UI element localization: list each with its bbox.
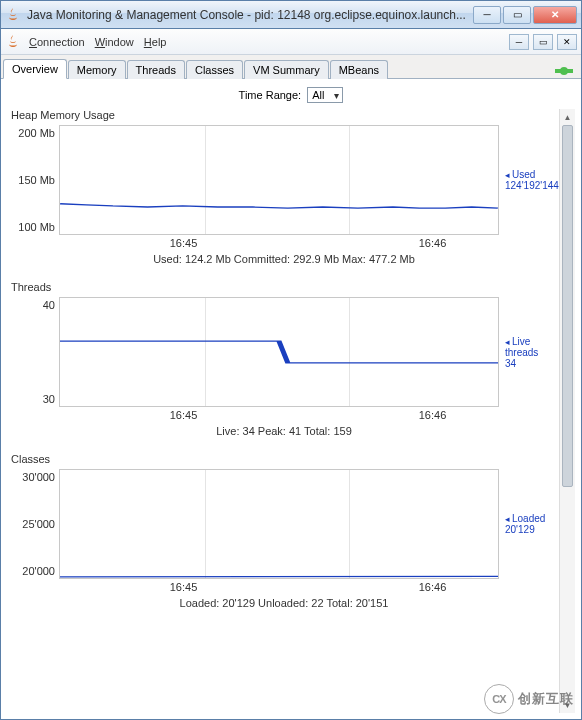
classes-x-axis: 16:45 16:46	[11, 579, 557, 593]
heap-summary: Used: 124.2 Mb Committed: 292.9 Mb Max: …	[11, 249, 557, 271]
timerange-select[interactable]: All	[307, 87, 343, 103]
heap-panel: Heap Memory Usage 200 Mb 150 Mb 100 Mb	[11, 109, 557, 271]
titlebar: Java Monitoring & Management Console - p…	[1, 1, 581, 29]
threads-summary: Live: 34 Peak: 41 Total: 159	[11, 421, 557, 443]
watermark-text: 创新互联	[518, 690, 574, 708]
tab-overview[interactable]: Overview	[3, 59, 67, 79]
classes-y-axis: 30'000 25'000 20'000	[11, 469, 59, 579]
watermark: CX 创新互联	[484, 684, 574, 714]
svg-point-2	[560, 67, 568, 75]
mdi-restore-button[interactable]: ▭	[533, 34, 553, 50]
classes-title: Classes	[11, 453, 557, 465]
tab-vmsummary[interactable]: VM Summary	[244, 60, 329, 79]
tab-classes[interactable]: Classes	[186, 60, 243, 79]
scroll-up-icon[interactable]: ▲	[560, 109, 575, 125]
connection-status-icon	[555, 64, 573, 78]
tab-threads[interactable]: Threads	[127, 60, 185, 79]
heap-y-axis: 200 Mb 150 Mb 100 Mb	[11, 125, 59, 235]
java-icon	[5, 34, 21, 50]
minimize-button[interactable]: ─	[473, 6, 501, 24]
mdi-minimize-button[interactable]: ─	[509, 34, 529, 50]
watermark-logo-icon: CX	[484, 684, 514, 714]
menu-connection[interactable]: Connection	[29, 36, 85, 48]
scroll-area: Heap Memory Usage 200 Mb 150 Mb 100 Mb	[7, 109, 575, 713]
threads-legend: ◂Live threads 34	[499, 297, 557, 407]
jconsole-window: Java Monitoring & Management Console - p…	[0, 0, 582, 720]
close-button[interactable]: ✕	[533, 6, 577, 24]
classes-summary: Loaded: 20'129 Unloaded: 22 Total: 20'15…	[11, 593, 557, 615]
window-title: Java Monitoring & Management Console - p…	[27, 8, 473, 22]
heap-x-axis: 16:45 16:46	[11, 235, 557, 249]
menubar: Connection Window Help ─ ▭ ✕	[1, 29, 581, 55]
maximize-button[interactable]: ▭	[503, 6, 531, 24]
mdi-controls: ─ ▭ ✕	[509, 34, 577, 50]
menu-help[interactable]: Help	[144, 36, 167, 48]
window-controls: ─ ▭ ✕	[473, 6, 577, 24]
threads-panel: Threads 40 30 ◂Live	[11, 281, 557, 443]
tab-mbeans[interactable]: MBeans	[330, 60, 388, 79]
timerange-label: Time Range:	[239, 89, 302, 101]
classes-chart[interactable]	[59, 469, 499, 579]
heap-title: Heap Memory Usage	[11, 109, 557, 121]
tab-memory[interactable]: Memory	[68, 60, 126, 79]
heap-legend: ◂Used 124'192'144	[499, 125, 557, 235]
scroll-thumb[interactable]	[562, 125, 573, 487]
mdi-close-button[interactable]: ✕	[557, 34, 577, 50]
classes-legend: ◂Loaded 20'129	[499, 469, 557, 579]
threads-x-axis: 16:45 16:46	[11, 407, 557, 421]
content-area: Time Range: All Heap Memory Usage 200 Mb…	[1, 79, 581, 719]
threads-chart[interactable]	[59, 297, 499, 407]
java-icon	[5, 7, 21, 23]
vertical-scrollbar[interactable]: ▲ ▼	[559, 109, 575, 713]
menu-window[interactable]: Window	[95, 36, 134, 48]
threads-title: Threads	[11, 281, 557, 293]
threads-y-axis: 40 30	[11, 297, 59, 407]
classes-panel: Classes 30'000 25'000 20'000	[11, 453, 557, 615]
heap-chart[interactable]	[59, 125, 499, 235]
tabbar: Overview Memory Threads Classes VM Summa…	[1, 55, 581, 79]
timerange-row: Time Range: All	[7, 85, 575, 109]
